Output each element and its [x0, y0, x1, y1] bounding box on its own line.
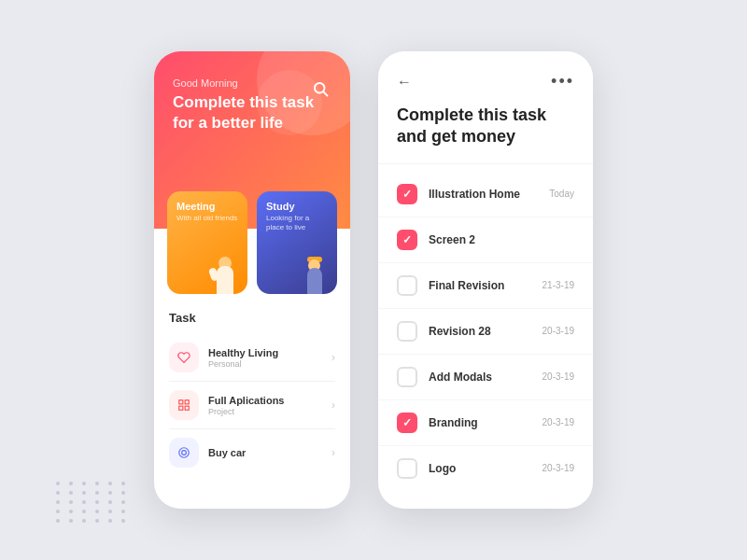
study-card[interactable]: Study Looking for a place to live [257, 191, 337, 294]
meeting-sub: With all old friends [176, 214, 238, 223]
right-nav: ← ••• [397, 72, 574, 91]
check-date: Today [549, 189, 574, 199]
task-name-buy-car: Buy car [208, 447, 322, 458]
checkbox[interactable] [397, 367, 417, 387]
check-date: 20-3-19 [543, 371, 574, 382]
task-name-healthy: Healthy Living [208, 347, 322, 358]
check-label: Revision 28 [429, 325, 531, 338]
check-item[interactable]: Final Revision21-3-19 [378, 263, 593, 309]
task-item-full-applications[interactable]: Full Aplications Project › [169, 382, 335, 429]
svg-rect-2 [179, 400, 183, 404]
category-cards-row: Meeting With all old friends Study Looki… [154, 191, 350, 294]
task-icon-applications [169, 390, 199, 420]
task-info-healthy: Healthy Living Personal [208, 347, 322, 369]
check-item[interactable]: Revision 2820-3-19 [378, 309, 593, 355]
svg-point-6 [179, 448, 190, 458]
task-icon-healthy [169, 343, 199, 372]
check-item[interactable]: Add Modals20-3-19 [378, 355, 593, 400]
meeting-card[interactable]: Meeting With all old friends [167, 191, 247, 294]
task-cat-applications: Project [208, 407, 322, 416]
meeting-illustration [206, 229, 244, 294]
task-item-healthy-living[interactable]: Healthy Living Personal › [169, 334, 335, 382]
svg-rect-3 [185, 400, 189, 404]
greeting-text: Good Morning [173, 77, 331, 89]
background-dot-grid: const bg = document.querySelector('.bg-d… [56, 482, 129, 523]
check-label: Final Revision [429, 279, 531, 292]
header-title: Complete this task for a better life [173, 92, 331, 133]
task-icon-buy-car [169, 438, 199, 468]
check-label: Illustration Home [429, 188, 538, 201]
check-date: 20-3-19 [543, 417, 574, 427]
svg-line-1 [323, 91, 327, 95]
check-date: 21-3-19 [543, 280, 574, 290]
right-phone-card: ← ••• Complete this task and get money I… [378, 51, 593, 509]
task-arrow-applications: › [331, 399, 335, 412]
task-item-buy-car[interactable]: Buy car › [169, 429, 335, 476]
checkbox[interactable] [397, 413, 417, 433]
task-cat-healthy: Personal [208, 359, 322, 369]
more-button[interactable]: ••• [551, 72, 574, 91]
checkbox[interactable] [397, 184, 417, 204]
check-item[interactable]: Branding20-3-19 [378, 400, 593, 446]
checklist: Illustration HomeTodayScreen 2Final Revi… [378, 164, 593, 509]
check-date: 20-3-19 [543, 326, 574, 336]
checkbox[interactable] [397, 458, 417, 479]
right-header: ← ••• Complete this task and get money [378, 51, 593, 164]
search-button[interactable] [307, 76, 333, 102]
check-label: Add Modals [429, 371, 531, 384]
task-info-buy-car: Buy car [208, 447, 322, 459]
svg-point-7 [182, 451, 187, 455]
study-label: Study [266, 201, 328, 212]
task-info-applications: Full Aplications Project [208, 395, 322, 416]
tasks-section: Task Healthy Living Personal › Full Apli… [154, 294, 350, 476]
task-arrow-buy-car: › [331, 446, 335, 459]
check-item[interactable]: Illustration HomeToday [378, 172, 593, 217]
tasks-section-label: Task [169, 311, 335, 325]
right-title: Complete this task and get money [397, 105, 574, 148]
svg-rect-4 [179, 406, 183, 410]
check-item[interactable]: Logo20-3-19 [378, 446, 593, 491]
back-button[interactable]: ← [397, 74, 412, 91]
check-label: Branding [429, 416, 531, 429]
svg-rect-5 [185, 406, 189, 410]
study-illustration [296, 229, 333, 294]
check-item[interactable]: Screen 2 [378, 217, 593, 263]
left-phone-card: Good Morning Complete this task for a be… [154, 51, 350, 509]
checkbox[interactable] [397, 321, 417, 342]
check-label: Logo [429, 462, 531, 475]
check-label: Screen 2 [429, 233, 563, 246]
check-date: 20-3-19 [543, 463, 574, 473]
checkbox[interactable] [397, 230, 417, 250]
task-arrow-healthy: › [331, 351, 335, 364]
meeting-label: Meeting [176, 201, 238, 212]
task-name-applications: Full Aplications [208, 395, 322, 406]
checkbox[interactable] [397, 275, 417, 296]
